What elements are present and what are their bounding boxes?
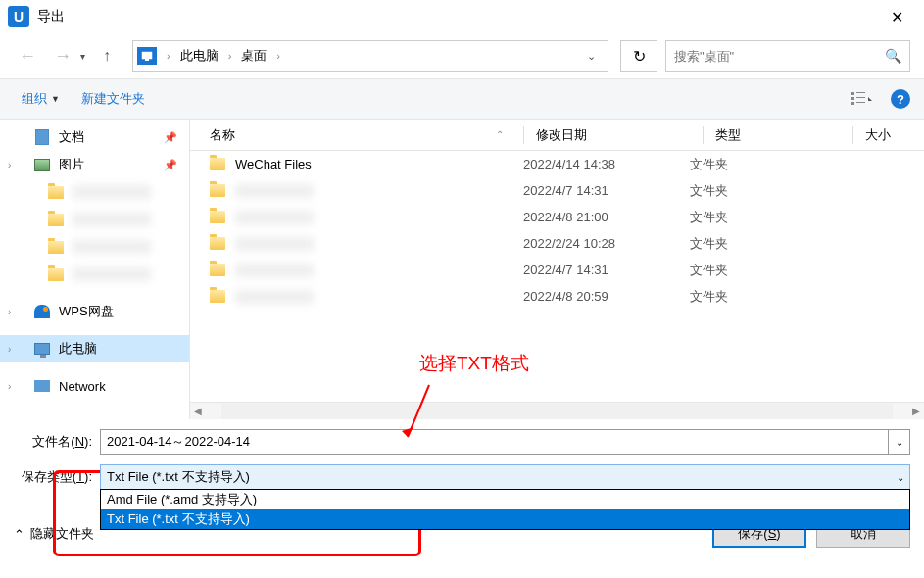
file-row[interactable]: 2022/4/8 20:59文件夹 <box>190 283 924 310</box>
file-name-label <box>235 290 314 304</box>
expand-icon[interactable]: › <box>8 344 11 355</box>
file-name-label <box>235 237 314 251</box>
help-button[interactable]: ? <box>891 89 910 109</box>
file-type: 文件夹 <box>690 156 827 173</box>
column-name[interactable]: 名称 ⌃ <box>210 126 523 144</box>
up-button[interactable]: ↑ <box>93 42 121 70</box>
file-name-label <box>235 211 314 224</box>
filetype-label: 保存类型(T): <box>14 468 92 486</box>
back-button[interactable]: ← <box>14 42 41 70</box>
refresh-button[interactable]: ↻ <box>620 40 657 72</box>
filetype-option[interactable]: Txt File (*.txt 不支持导入) <box>101 509 909 529</box>
sidebar: 文档📌›图片📌›WPS网盘›此电脑›Network <box>0 120 190 419</box>
sidebar-item-label <box>73 213 151 226</box>
wps-icon <box>33 304 51 319</box>
svg-rect-2 <box>851 92 854 95</box>
content-area: 文档📌›图片📌›WPS网盘›此电脑›Network 名称 ⌃ 修改日期 类型 大… <box>0 120 924 419</box>
file-date: 2022/4/7 14:31 <box>523 183 690 198</box>
hide-folders-button[interactable]: ⌃ 隐藏文件夹 <box>14 525 94 543</box>
chevron-icon: › <box>228 50 232 62</box>
address-dropdown[interactable]: ⌄ <box>579 50 604 63</box>
folder-icon <box>47 239 65 255</box>
sidebar-item-label: 图片 <box>59 156 84 173</box>
chevron-icon: ⌃ <box>14 527 24 542</box>
sidebar-item[interactable]: ›WPS网盘 <box>0 298 189 325</box>
view-options-button[interactable] <box>846 87 877 111</box>
svg-rect-1 <box>145 59 149 61</box>
file-date: 2022/4/8 20:59 <box>523 289 690 304</box>
file-row[interactable]: WeChat Files2022/4/14 14:38文件夹 <box>190 151 924 177</box>
search-box[interactable]: 🔍 <box>665 40 910 72</box>
chevron-down-icon: ▼ <box>51 94 60 104</box>
search-input[interactable] <box>674 49 885 64</box>
close-button[interactable]: ✕ <box>877 3 916 30</box>
file-row[interactable]: 2022/4/8 21:00文件夹 <box>190 204 924 230</box>
address-bar[interactable]: › 此电脑 › 桌面 › ⌄ <box>132 40 608 72</box>
sort-indicator-icon: ⌃ <box>496 129 504 140</box>
expand-icon[interactable]: › <box>8 381 11 392</box>
sidebar-item[interactable] <box>0 178 189 206</box>
svg-rect-7 <box>856 102 865 103</box>
sidebar-item-label: WPS网盘 <box>59 303 114 320</box>
expand-icon[interactable]: › <box>8 307 11 317</box>
toolbar: 组织 ▼ 新建文件夹 ? <box>0 78 924 120</box>
file-type: 文件夹 <box>690 262 827 279</box>
navbar: ← → ▾ ↑ › 此电脑 › 桌面 › ⌄ ↻ 🔍 <box>0 33 924 78</box>
doc-icon <box>33 129 51 145</box>
svg-rect-0 <box>142 52 152 59</box>
filename-input[interactable] <box>100 429 889 455</box>
sidebar-item-label: 文档 <box>59 128 84 146</box>
new-folder-button[interactable]: 新建文件夹 <box>73 86 153 112</box>
column-type[interactable]: 类型 <box>715 126 852 144</box>
folder-icon <box>47 212 65 227</box>
search-icon: 🔍 <box>885 48 901 64</box>
file-list: 名称 ⌃ 修改日期 类型 大小 WeChat Files2022/4/14 14… <box>190 120 924 419</box>
file-row[interactable]: 2022/4/7 14:31文件夹 <box>190 177 924 204</box>
folder-icon <box>210 184 225 197</box>
breadcrumb-part[interactable]: 桌面 <box>237 45 270 67</box>
svg-rect-6 <box>851 102 854 105</box>
filetype-row: 保存类型(T): Txt File (*.txt 不支持导入) ⌄ Amd Fi… <box>14 464 910 490</box>
folder-icon <box>210 211 225 223</box>
pc-icon <box>33 341 51 357</box>
forward-button[interactable]: → <box>49 42 76 70</box>
expand-icon[interactable]: › <box>8 160 11 170</box>
file-name-label: WeChat Files <box>235 157 312 171</box>
filename-dropdown[interactable]: ⌄ <box>889 429 910 455</box>
file-date: 2022/4/14 14:38 <box>523 157 690 171</box>
file-type: 文件夹 <box>690 288 827 306</box>
pic-icon <box>33 157 51 172</box>
sidebar-item[interactable]: ›图片📌 <box>0 151 189 178</box>
sidebar-item-label <box>73 267 151 281</box>
file-row[interactable]: 2022/4/7 14:31文件夹 <box>190 257 924 283</box>
column-date[interactable]: 修改日期 <box>536 126 703 144</box>
file-row[interactable]: 2022/2/24 10:28文件夹 <box>190 230 924 257</box>
sidebar-item[interactable] <box>0 233 189 261</box>
column-size[interactable]: 大小 <box>865 126 924 144</box>
sidebar-item-label <box>73 185 151 199</box>
svg-rect-5 <box>856 97 865 98</box>
history-dropdown[interactable]: ▾ <box>80 51 85 62</box>
sidebar-item[interactable]: 文档📌 <box>0 123 189 151</box>
columns-header: 名称 ⌃ 修改日期 类型 大小 <box>190 120 924 151</box>
file-date: 2022/4/8 21:00 <box>523 210 690 224</box>
breadcrumb-part[interactable]: 此电脑 <box>176 45 222 67</box>
sidebar-item[interactable] <box>0 261 189 288</box>
sidebar-item[interactable]: ›Network <box>0 372 189 400</box>
filetype-combo[interactable]: Txt File (*.txt 不支持导入) ⌄ Amd File (*.amd… <box>100 464 910 490</box>
filetype-option[interactable]: Amd File (*.amd 支持导入) <box>101 490 909 509</box>
chevron-icon: › <box>167 50 170 62</box>
pin-icon: 📌 <box>164 131 177 144</box>
sidebar-item[interactable] <box>0 206 189 233</box>
organize-button[interactable]: 组织 ▼ <box>14 86 68 112</box>
file-date: 2022/2/24 10:28 <box>523 236 690 251</box>
file-type: 文件夹 <box>690 209 827 226</box>
sidebar-item-label <box>73 240 151 254</box>
horizontal-scrollbar[interactable]: ◀ ▶ <box>190 402 924 419</box>
window-title: 导出 <box>37 8 877 25</box>
folder-icon <box>210 290 225 303</box>
sidebar-item[interactable]: ›此电脑 <box>0 335 189 362</box>
folder-icon <box>210 237 225 250</box>
filetype-selected[interactable]: Txt File (*.txt 不支持导入) <box>100 464 910 490</box>
filename-row: 文件名(N): ⌄ <box>14 429 910 455</box>
